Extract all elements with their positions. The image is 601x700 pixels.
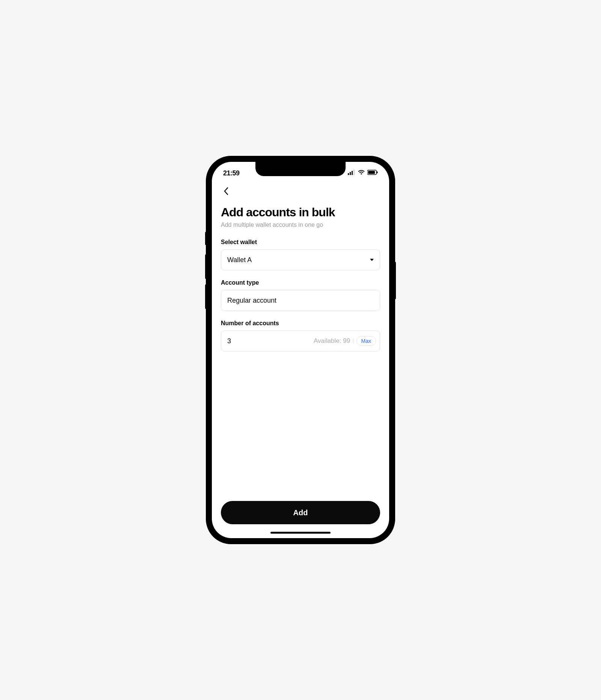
available-text: Available: 99	[314, 337, 350, 345]
top-nav	[221, 181, 380, 202]
page-title: Add accounts in bulk	[221, 205, 380, 219]
wallet-select-value: Wallet A	[227, 256, 252, 264]
svg-rect-0	[348, 173, 349, 175]
chevron-left-icon	[223, 187, 229, 195]
wifi-icon	[358, 170, 365, 177]
caret-down-icon	[370, 259, 374, 261]
phone-notch	[255, 162, 346, 176]
back-button[interactable]	[221, 186, 231, 196]
add-button[interactable]: Add	[221, 501, 380, 524]
svg-rect-6	[377, 172, 378, 173]
divider: |	[352, 337, 354, 345]
wallet-select[interactable]: Wallet A	[221, 249, 380, 270]
phone-power-button	[394, 262, 396, 299]
phone-volume-down	[205, 284, 207, 309]
number-input[interactable]: 3	[227, 337, 314, 345]
flex-spacer	[221, 361, 380, 501]
wallet-form-group: Select wallet Wallet A	[221, 239, 380, 270]
svg-rect-2	[352, 171, 353, 175]
phone-body: 21:59	[207, 157, 394, 543]
phone-screen: 21:59	[212, 162, 389, 538]
svg-rect-1	[350, 172, 351, 175]
account-type-select[interactable]: Regular account	[221, 290, 380, 311]
max-button[interactable]: Max	[356, 336, 376, 346]
status-time: 21:59	[223, 169, 240, 177]
page-subtitle: Add multiple wallet accounts in one go	[221, 222, 380, 228]
home-indicator[interactable]	[270, 532, 331, 534]
device-mockup-frame: 21:59	[111, 129, 490, 571]
phone-volume-up	[205, 254, 207, 279]
phone-mute-switch	[205, 232, 207, 245]
number-input-row: 3 Available: 99 | Max	[221, 330, 380, 352]
content-area: Add accounts in bulk Add multiple wallet…	[212, 181, 389, 532]
cellular-signal-icon	[348, 170, 355, 177]
svg-rect-5	[368, 171, 375, 174]
wallet-label: Select wallet	[221, 239, 380, 246]
account-type-form-group: Account type Regular account	[221, 279, 380, 311]
status-icons	[348, 170, 378, 177]
svg-rect-3	[353, 170, 355, 175]
account-type-label: Account type	[221, 279, 380, 286]
number-form-group: Number of accounts 3 Available: 99 | Max	[221, 320, 380, 352]
account-type-value: Regular account	[227, 297, 276, 305]
number-label: Number of accounts	[221, 320, 380, 327]
page-header: Add accounts in bulk Add multiple wallet…	[221, 205, 380, 228]
battery-icon	[367, 170, 378, 177]
